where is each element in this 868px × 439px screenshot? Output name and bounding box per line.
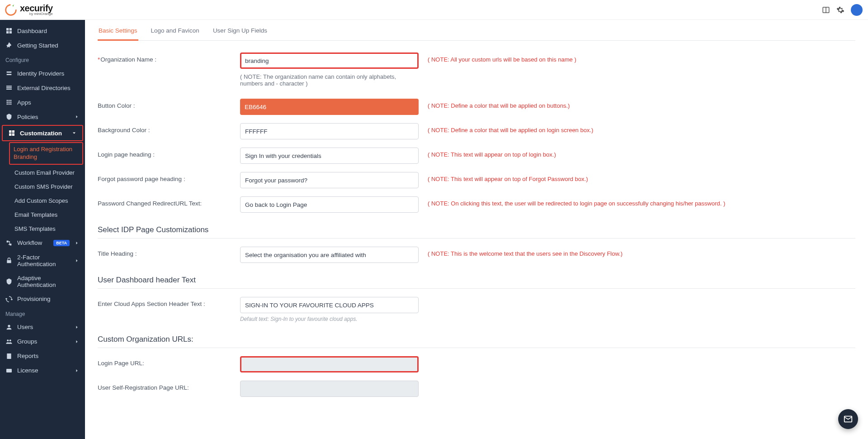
workflow-icon <box>5 239 13 247</box>
sidebar-item-reports[interactable]: Reports <box>0 349 85 363</box>
svg-rect-7 <box>7 72 12 73</box>
chevron-right-icon <box>74 114 80 119</box>
nav-label: Identity Providers <box>17 70 80 77</box>
tab-basic-settings[interactable]: Basic Settings <box>98 22 138 41</box>
row-button-color: Button Color : ( NOTE: Define a color th… <box>98 99 855 115</box>
sidebar-item-adaptive-auth[interactable]: Adaptive Authentication <box>0 271 85 292</box>
sidebar-item-dashboard[interactable]: Dashboard <box>0 24 85 38</box>
login-url-input <box>240 356 419 372</box>
cloud-subnote: Default text: Sign-In to your favourite … <box>240 316 419 322</box>
login-heading-input[interactable] <box>240 148 419 164</box>
button-color-note: ( NOTE: Define a color that will be appl… <box>428 99 855 109</box>
avatar[interactable] <box>851 4 863 16</box>
nav-label: Reports <box>17 353 80 359</box>
svg-point-0 <box>6 5 16 15</box>
svg-rect-19 <box>9 104 10 105</box>
reports-icon <box>5 353 13 360</box>
pwd-redirect-input[interactable] <box>240 196 419 213</box>
header: xecurify by miniOrange <box>0 0 868 20</box>
tab-signup-fields[interactable]: User Sign Up Fields <box>212 22 268 41</box>
row-forgot-heading: Forgot password page heading : ( NOTE: T… <box>98 172 855 188</box>
help-fab[interactable] <box>838 409 858 429</box>
brand-name: xecurify <box>20 4 53 13</box>
chevron-right-icon <box>74 339 80 344</box>
sidebar-item-customization[interactable]: Customization <box>2 125 83 141</box>
sidebar-item-workflow[interactable]: Workflow BETA <box>0 236 85 250</box>
sub-item-login-branding[interactable]: Login and Registration Branding <box>9 142 83 165</box>
svg-rect-13 <box>9 100 10 101</box>
nav-label: Apps <box>17 99 80 106</box>
chevron-right-icon <box>74 368 80 373</box>
chevron-right-icon <box>74 258 80 263</box>
login-heading-note: ( NOTE: This text will appear on top of … <box>428 148 855 158</box>
svg-point-28 <box>8 324 10 327</box>
divider <box>98 238 855 239</box>
forgot-label: Forgot password page heading : <box>98 172 240 182</box>
sidebar-item-2fa[interactable]: 2-Factor Authentication <box>0 250 85 271</box>
svg-point-30 <box>9 339 11 341</box>
sidebar-item-provisioning[interactable]: Provisioning <box>0 292 85 306</box>
row-pwd-redirect: Password Changed RedirectURL Text: ( NOT… <box>98 196 855 213</box>
row-login-heading: Login page heading : ( NOTE: This text w… <box>98 148 855 164</box>
nav-label: Dashboard <box>17 28 80 34</box>
sidebar-item-getting-started[interactable]: Getting Started <box>0 38 85 52</box>
sidebar-item-users[interactable]: Users <box>0 320 85 334</box>
nav-label: Adaptive Authentication <box>17 275 80 288</box>
logo[interactable]: xecurify by miniOrange <box>5 4 53 16</box>
button-color-input[interactable] <box>240 99 419 115</box>
license-icon <box>5 367 13 374</box>
nav-label: License <box>17 367 70 374</box>
sub-item-custom-scopes[interactable]: Add Custom Scopes <box>0 194 85 208</box>
sub-item-email-templates[interactable]: Email Templates <box>0 208 85 222</box>
svg-rect-9 <box>6 86 12 86</box>
svg-rect-22 <box>12 130 14 133</box>
divider <box>98 288 855 289</box>
svg-rect-27 <box>7 260 11 263</box>
idp-section-heading: Select IDP Page Customizations <box>98 225 855 234</box>
sidebar-item-groups[interactable]: Groups <box>0 334 85 349</box>
svg-rect-6 <box>9 31 12 33</box>
gear-icon[interactable] <box>836 6 844 14</box>
cloud-input[interactable] <box>240 297 419 313</box>
nav-label: External Directories <box>17 85 80 91</box>
row-cloud-apps: Enter Cloud Apps Section Header Text : D… <box>98 297 855 322</box>
sidebar-item-external-directories[interactable]: External Directories <box>0 81 85 95</box>
row-selfreg-url: User Self-Registration Page URL: <box>98 381 855 397</box>
sub-item-email-provider[interactable]: Custom Email Provider <box>0 166 85 180</box>
sidebar-item-apps[interactable]: Apps <box>0 95 85 110</box>
sub-item-sms-provider[interactable]: Custom SMS Provider <box>0 180 85 194</box>
forgot-input[interactable] <box>240 172 419 188</box>
docs-icon[interactable] <box>822 6 830 14</box>
bg-color-label: Background Color : <box>98 123 240 134</box>
svg-rect-5 <box>6 31 9 33</box>
svg-rect-12 <box>7 100 8 101</box>
logo-icon <box>5 4 17 16</box>
sidebar-item-identity-providers[interactable]: Identity Providers <box>0 66 85 81</box>
nav-label: Provisioning <box>17 296 80 302</box>
org-name-input[interactable] <box>240 52 419 69</box>
dashboard-icon <box>5 27 13 34</box>
title-heading-input[interactable] <box>240 247 419 263</box>
main-content: Basic Settings Logo and Favicon User Sig… <box>85 20 868 439</box>
sub-item-sms-templates[interactable]: SMS Templates <box>0 222 85 236</box>
user-icon <box>5 324 13 331</box>
sidebar-item-license[interactable]: License <box>0 363 85 378</box>
svg-rect-10 <box>6 87 12 88</box>
svg-rect-4 <box>9 28 12 30</box>
button-color-label: Button Color : <box>98 99 240 109</box>
svg-rect-25 <box>7 240 9 242</box>
dashboard-section-heading: User Dashboard header Text <box>98 276 855 285</box>
org-name-label: *Organization Name : <box>98 52 240 63</box>
label-text: Organization Name : <box>100 56 156 63</box>
nav-label: 2-Factor Authentication <box>17 254 70 267</box>
title-heading-label: Title Heading : <box>98 247 240 257</box>
tab-logo-favicon[interactable]: Logo and Favicon <box>150 22 200 41</box>
svg-rect-23 <box>9 134 11 136</box>
row-login-url: Login Page URL: <box>98 356 855 372</box>
nav-label: Groups <box>17 338 70 345</box>
svg-rect-32 <box>6 369 12 372</box>
sidebar-item-policies[interactable]: Policies <box>0 110 85 124</box>
bg-color-input[interactable] <box>240 123 419 139</box>
groups-icon <box>5 338 13 345</box>
rocket-icon <box>5 42 13 49</box>
